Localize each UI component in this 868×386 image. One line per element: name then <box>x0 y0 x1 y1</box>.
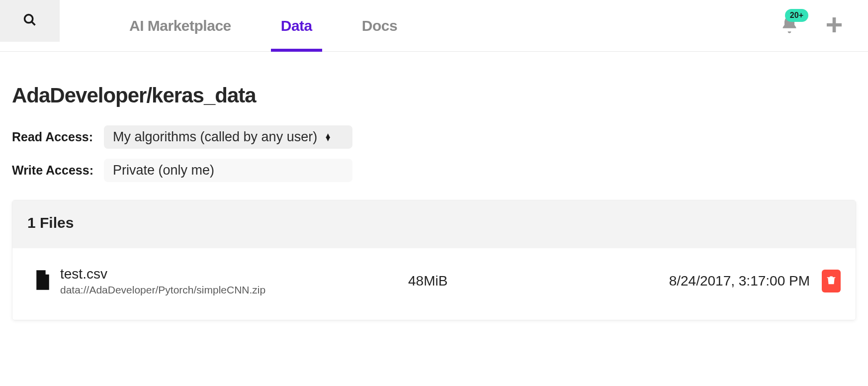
read-access-label: Read Access: <box>12 130 104 144</box>
search-button[interactable] <box>0 0 60 42</box>
nav-tabs: AI Marketplace Data Docs <box>119 0 407 51</box>
delete-button[interactable] <box>822 270 841 292</box>
file-date: 8/24/2017, 3:17:00 PM <box>669 273 810 289</box>
write-access-row: Write Access: Private (only me) <box>12 159 856 182</box>
nav-right: 20+ <box>780 0 868 51</box>
write-access-label: Write Access: <box>12 163 104 178</box>
svg-point-0 <box>25 15 33 23</box>
bell-icon <box>780 28 799 36</box>
file-path: data://AdaDeveloper/Pytorch/simpleCNN.zi… <box>60 284 408 296</box>
sort-icon: ▲▼ <box>324 134 332 141</box>
file-info: test.csv data://AdaDeveloper/Pytorch/sim… <box>60 266 408 296</box>
file-icon <box>34 270 51 292</box>
add-button[interactable] <box>824 15 844 37</box>
write-access-value: Private (only me) <box>113 163 214 178</box>
main-content: AdaDeveloper/keras_data Read Access: My … <box>0 52 868 340</box>
read-access-row: Read Access: My algorithms (called by an… <box>12 125 856 149</box>
notification-badge: 20+ <box>785 9 808 22</box>
read-access-value: My algorithms (called by any user) <box>113 129 317 145</box>
file-name: test.csv <box>60 266 408 282</box>
file-row[interactable]: test.csv data://AdaDeveloper/Pytorch/sim… <box>12 248 856 320</box>
files-panel: 1 Files test.csv data://AdaDeveloper/Pyt… <box>12 200 856 320</box>
top-nav: AI Marketplace Data Docs 20+ <box>0 0 868 52</box>
write-access-select[interactable]: Private (only me) <box>104 159 352 182</box>
plus-icon <box>824 28 844 36</box>
tab-ai-marketplace[interactable]: AI Marketplace <box>119 0 241 51</box>
tab-docs[interactable]: Docs <box>352 0 407 51</box>
trash-icon <box>826 274 836 288</box>
files-header: 1 Files <box>12 200 856 248</box>
notifications-button[interactable]: 20+ <box>780 15 799 37</box>
tab-data[interactable]: Data <box>271 0 322 51</box>
tab-label: Docs <box>362 17 397 34</box>
svg-line-1 <box>32 22 35 25</box>
file-size: 48MiB <box>408 273 527 289</box>
page-title: AdaDeveloper/keras_data <box>12 84 856 107</box>
search-icon <box>23 13 37 29</box>
tab-label: Data <box>281 17 312 34</box>
read-access-select[interactable]: My algorithms (called by any user) ▲▼ <box>104 125 352 149</box>
tab-label: AI Marketplace <box>129 17 231 34</box>
